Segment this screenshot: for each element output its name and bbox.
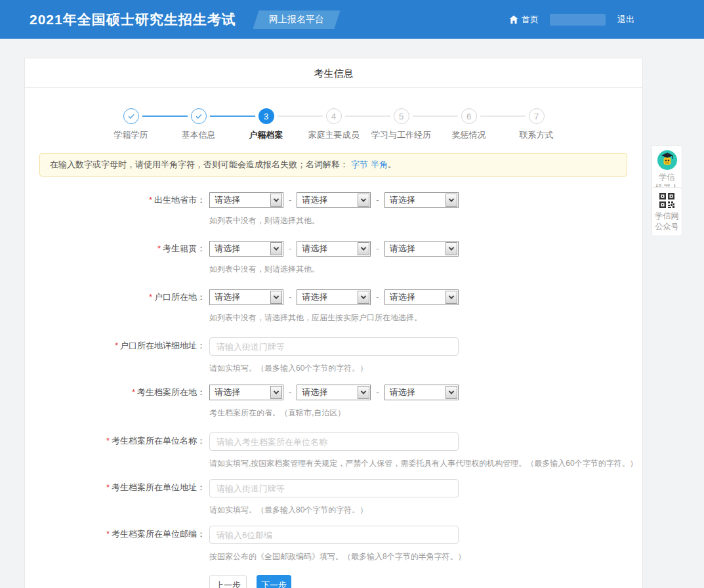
household-archive-form: *出生地省市： 请选择 - 请选择 - 请选择 如列表中没有，则请选择其他。 *…	[25, 177, 642, 588]
step-awards-punishments[interactable]: 6 奖惩情况	[435, 108, 503, 141]
residence-row: *户口所在地： 请选择 - 请选择 - 请选择 如列表中没有，请选择其他，应届生…	[25, 289, 642, 324]
platform-badge: 网上报名平台	[253, 10, 340, 29]
field-label: *户口所在地：	[25, 289, 205, 305]
required-mark: *	[132, 387, 135, 397]
home-link[interactable]: 首页	[509, 14, 539, 26]
step-number: 6	[461, 108, 477, 124]
archive-city-select[interactable]: 请选择	[297, 385, 371, 400]
chevron-down-icon	[358, 291, 369, 304]
field-hint: 如列表中没有，则请选择其他。	[209, 215, 459, 226]
step-label: 联系方式	[520, 129, 554, 141]
halfwidth-glossary-link[interactable]: 半角	[371, 159, 388, 169]
step-check-icon	[191, 108, 207, 124]
chevron-down-icon	[270, 386, 282, 399]
archive-unit-name-input[interactable]	[209, 432, 459, 451]
birthplace-district-select[interactable]: 请选择	[384, 192, 459, 208]
separator: -	[289, 243, 291, 253]
step-student-status[interactable]: 学籍学历	[97, 108, 165, 141]
archive-unit-name-row: *考生档案所在单位名称： 请如实填写,按国家档案管理有关规定，严禁个人保管，需委…	[25, 432, 642, 469]
archive-unit-address-row: *考生档案所在单位地址： 请如实填写。（最多输入80个字节的字符。）	[25, 479, 642, 516]
step-number: 4	[326, 108, 342, 124]
notice-suffix: 。	[388, 159, 396, 169]
chevron-down-icon	[270, 242, 282, 255]
required-mark: *	[106, 529, 110, 539]
step-contact-info[interactable]: 7 联系方式	[503, 108, 570, 141]
chevron-down-icon	[445, 291, 457, 304]
step-number: 3	[259, 108, 274, 124]
separator: -	[376, 195, 379, 205]
byte-glossary-link[interactable]: 字节	[351, 159, 368, 169]
chevron-down-icon	[358, 194, 369, 207]
home-icon	[509, 15, 518, 24]
residence-province-select[interactable]: 请选择	[209, 289, 283, 305]
native-place-province-select[interactable]: 请选择	[209, 241, 283, 257]
field-label: *考生籍贯：	[25, 240, 205, 257]
step-label: 家庭主要成员	[308, 129, 360, 141]
step-label: 户籍档案	[249, 129, 283, 141]
home-link-label: 首页	[522, 14, 539, 26]
archive-district-select[interactable]: 请选择	[384, 385, 459, 400]
separator: -	[289, 292, 291, 302]
chevron-down-icon	[270, 291, 282, 304]
native-place-district-select[interactable]: 请选择	[384, 241, 459, 257]
field-label: *考生档案所在单位名称：	[25, 432, 205, 449]
archive-unit-postcode-row: *考生档案所在单位邮编： 按国家公布的《全国邮政编码》填写。（最多输入8个字节的…	[25, 526, 642, 562]
field-hint: 请如实填写,按国家档案管理有关规定，严禁个人保管，需委托具有人事代理权的机构管理…	[209, 458, 638, 469]
residence-address-row: *户口所在地详细地址： 请如实填写。（最多输入60个字节的字符。）	[25, 337, 642, 374]
step-wizard: 学籍学历 基本信息 3 户籍档案 4 家庭主要成员 5 学习与工作经历 6 奖惩…	[25, 88, 642, 141]
qrcode-icon	[659, 192, 675, 209]
archive-unit-address-input[interactable]	[209, 479, 459, 497]
native-place-city-select[interactable]: 请选择	[297, 241, 371, 257]
birthplace-province-select[interactable]: 请选择	[209, 192, 283, 208]
form-actions: 上一步 下一步	[209, 575, 642, 588]
field-hint: 请如实填写。（最多输入60个字节的字符。）	[209, 363, 459, 374]
widget-label-line2: 公众号	[652, 221, 682, 232]
archive-province-select[interactable]: 请选择	[209, 385, 283, 400]
widget-label-line1: 学信网	[652, 211, 682, 221]
app-header: 2021年全国硕士研究生招生考试 网上报名平台 首页 退出	[0, 0, 704, 39]
robot-icon	[657, 150, 677, 170]
chevron-down-icon	[270, 194, 282, 207]
chevron-down-icon	[445, 386, 457, 399]
page-title: 考生信息	[25, 58, 642, 88]
field-hint: 如列表中没有，请选择其他，应届生按实际户口所在地选择。	[209, 312, 459, 324]
step-number: 7	[529, 108, 545, 124]
required-mark: *	[106, 482, 110, 492]
username-redacted	[550, 14, 606, 26]
prev-step-button[interactable]: 上一步	[209, 575, 247, 588]
archive-unit-postcode-input[interactable]	[209, 526, 459, 544]
step-check-icon	[123, 108, 139, 124]
separator: -	[376, 387, 379, 397]
logout-link[interactable]: 退出	[617, 14, 634, 26]
birthplace-row: *出生地省市： 请选择 - 请选择 - 请选择 如列表中没有，则请选择其他。	[25, 192, 642, 226]
separator: -	[289, 195, 291, 205]
step-household-archive[interactable]: 3 户籍档案	[232, 108, 300, 141]
chevron-down-icon	[358, 242, 369, 255]
birthplace-city-select[interactable]: 请选择	[297, 192, 371, 208]
step-number: 5	[394, 108, 409, 124]
residence-district-select[interactable]: 请选择	[384, 289, 459, 305]
step-study-work-history[interactable]: 5 学习与工作经历	[367, 108, 435, 141]
step-label: 基本信息	[182, 129, 216, 141]
step-label: 学习与工作经历	[371, 129, 431, 141]
chevron-down-icon	[445, 194, 457, 207]
step-basic-info[interactable]: 基本信息	[165, 108, 232, 141]
required-mark: *	[149, 195, 152, 205]
field-label: *户口所在地详细地址：	[25, 337, 205, 354]
required-mark: *	[157, 243, 161, 253]
residence-address-input[interactable]	[209, 337, 459, 356]
header-nav: 首页 退出	[509, 14, 634, 26]
field-label: *考生档案所在单位地址：	[25, 479, 205, 495]
chevron-down-icon	[445, 242, 457, 255]
step-family-members[interactable]: 4 家庭主要成员	[300, 108, 367, 141]
next-step-button[interactable]: 下一步	[257, 575, 291, 588]
residence-city-select[interactable]: 请选择	[297, 289, 371, 305]
field-label: *考生档案所在地：	[25, 384, 205, 400]
required-mark: *	[115, 341, 118, 350]
candidate-info-card: 考生信息 学籍学历 基本信息 3 户籍档案 4 家庭主要成员 5 学习与工作经历	[24, 58, 643, 588]
field-label: *出生地省市：	[25, 192, 205, 208]
step-label: 奖惩情况	[452, 129, 486, 141]
field-hint: 考生档案所在的省。（直辖市,自治区）	[209, 408, 459, 419]
separator: -	[376, 292, 379, 302]
chsi-qrcode-widget[interactable]: 学信网 公众号	[652, 187, 682, 236]
